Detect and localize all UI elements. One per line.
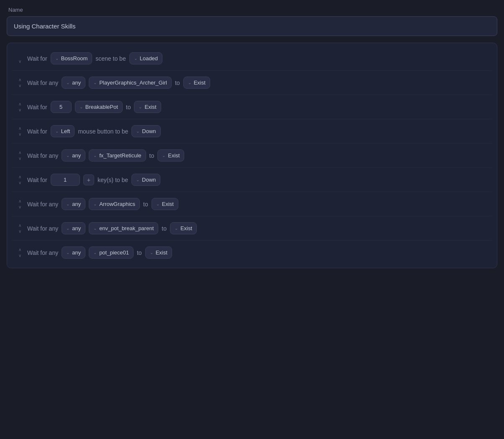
step-move-up-button[interactable]: ∧ [17,199,23,204]
step-move-down-button[interactable]: ∨ [17,156,23,161]
step-row: ∧∨Wait for⌄BossRoomscene to be⌄Loaded [12,46,492,71]
chevron-down-icon: ⌄ [66,250,69,255]
step-label: Wait for any [27,249,58,256]
chevron-down-icon: ⌄ [55,56,59,61]
dropdown-button[interactable]: ⌄Down [131,174,160,186]
chevron-down-icon: ⌄ [66,80,69,85]
chevron-down-icon: ⌄ [134,56,137,61]
static-text: to [137,249,142,256]
step-row: ∧∨Wait for⌄Leftmouse button to be⌄Down [12,119,492,144]
dropdown-value: BreakablePot [85,104,118,110]
static-text: key(s) to be [98,177,128,183]
step-move-down-button[interactable]: ∨ [17,253,23,258]
dropdown-value: Exist [144,104,156,110]
name-label: Name [7,7,497,13]
step-arrows: ∧∨ [15,199,24,210]
chevron-down-icon: ⌄ [93,202,97,206]
dropdown-button[interactable]: ⌄Exist [152,198,178,210]
dropdown-button[interactable]: ⌄any [62,149,85,162]
dropdown-value: any [72,201,81,207]
chevron-down-icon: ⌄ [66,226,69,231]
step-move-up-button[interactable]: ∧ [17,223,23,228]
dropdown-value: any [72,80,81,86]
dropdown-button[interactable]: ⌄pot_piece01 [89,246,134,259]
chevron-down-icon: ⌄ [93,250,97,255]
dropdown-value: fx_TargetReticule [99,152,141,159]
dropdown-button[interactable]: ⌄fx_TargetReticule [89,149,146,162]
dropdown-button[interactable]: ⌄any [62,198,85,210]
dropdown-button[interactable]: ⌄Exist [183,77,210,89]
dropdown-value: any [72,152,81,159]
dropdown-value: Down [142,177,156,183]
dropdown-button[interactable]: ⌄any [62,222,85,234]
step-label: Wait for [27,128,47,135]
step-arrows: ∧∨ [15,126,24,137]
step-arrows: ∧∨ [15,53,24,64]
step-move-down-button[interactable]: ∨ [17,59,23,64]
chevron-down-icon: ⌄ [66,202,69,206]
step-arrows: ∧∨ [15,102,24,113]
chevron-down-icon: ⌄ [156,202,159,206]
step-row: ∧∨Wait for any⌄any⌄pot_piece01to⌄Exist [12,241,492,264]
step-label: Wait for [27,177,47,183]
dropdown-button[interactable]: ⌄ArrowGraphics [89,198,140,210]
step-move-down-button[interactable]: ∨ [17,180,23,185]
name-input[interactable] [7,16,497,36]
step-move-down-button[interactable]: ∨ [17,132,23,137]
step-arrows: ∧∨ [15,150,24,161]
dropdown-button[interactable]: ⌄env_pot_break_parent [89,222,158,234]
dropdown-button[interactable]: ⌄BreakablePot [75,101,123,113]
number-wide-input[interactable] [51,174,80,186]
step-move-up-button[interactable]: ∧ [17,102,23,107]
dropdown-button[interactable]: ⌄Exist [170,222,197,234]
dropdown-value: ArrowGraphics [99,201,135,207]
number-input[interactable] [51,101,72,113]
dropdown-button[interactable]: ⌄Down [131,125,160,137]
dropdown-button[interactable]: ⌄Loaded [129,52,162,64]
dropdown-button[interactable]: ⌄Exist [157,149,184,162]
step-move-up-button[interactable]: ∧ [17,126,23,131]
chevron-down-icon: ⌄ [80,105,83,109]
step-label: Wait for [27,55,47,62]
chevron-down-icon: ⌄ [136,129,139,133]
step-arrows: ∧∨ [15,175,24,185]
dropdown-value: Loaded [140,55,158,62]
plus-button[interactable]: + [83,175,94,185]
dropdown-button[interactable]: ⌄BossRoom [51,52,93,64]
dropdown-button[interactable]: ⌄Left [51,125,75,137]
step-move-down-button[interactable]: ∨ [17,83,23,88]
dropdown-button[interactable]: ⌄Exist [134,101,161,113]
dropdown-button[interactable]: ⌄PlayerGraphics_Archer_Girl [89,77,172,89]
dropdown-value: Exist [180,225,192,231]
step-label: Wait for any [27,225,58,232]
dropdown-button[interactable]: ⌄Exist [145,246,172,259]
step-move-down-button[interactable]: ∨ [17,108,23,113]
step-label: Wait for any [27,80,58,86]
dropdown-value: Exist [168,152,180,159]
step-move-up-button[interactable]: ∧ [17,150,23,155]
steps-container: ∧∨Wait for⌄BossRoomscene to be⌄Loaded∧∨W… [7,43,497,268]
dropdown-button[interactable]: ⌄any [62,77,85,89]
step-label: Wait for any [27,152,58,159]
dropdown-value: Down [142,128,156,134]
dropdown-value: pot_piece01 [99,249,129,256]
chevron-down-icon: ⌄ [136,177,139,182]
chevron-down-icon: ⌄ [139,105,142,109]
dropdown-value: any [72,225,81,231]
step-move-up-button[interactable]: ∧ [17,247,23,252]
dropdown-value: Exist [194,80,206,86]
dropdown-value: any [72,249,81,256]
static-text: scene to be [95,55,126,62]
step-row: ∧∨Wait for any⌄any⌄fx_TargetReticuleto⌄E… [12,144,492,168]
step-row: ∧∨Wait for+key(s) to be⌄Down [12,168,492,192]
step-move-up-button[interactable]: ∧ [17,77,23,82]
step-move-down-button[interactable]: ∨ [17,205,23,210]
static-text: to [175,80,180,86]
step-move-down-button[interactable]: ∨ [17,229,23,234]
chevron-down-icon: ⌄ [93,80,97,85]
step-move-up-button[interactable]: ∧ [17,175,23,180]
chevron-down-icon: ⌄ [162,153,165,158]
dropdown-button[interactable]: ⌄any [62,246,85,259]
dropdown-value: PlayerGraphics_Archer_Girl [99,80,167,86]
chevron-down-icon: ⌄ [150,250,153,255]
